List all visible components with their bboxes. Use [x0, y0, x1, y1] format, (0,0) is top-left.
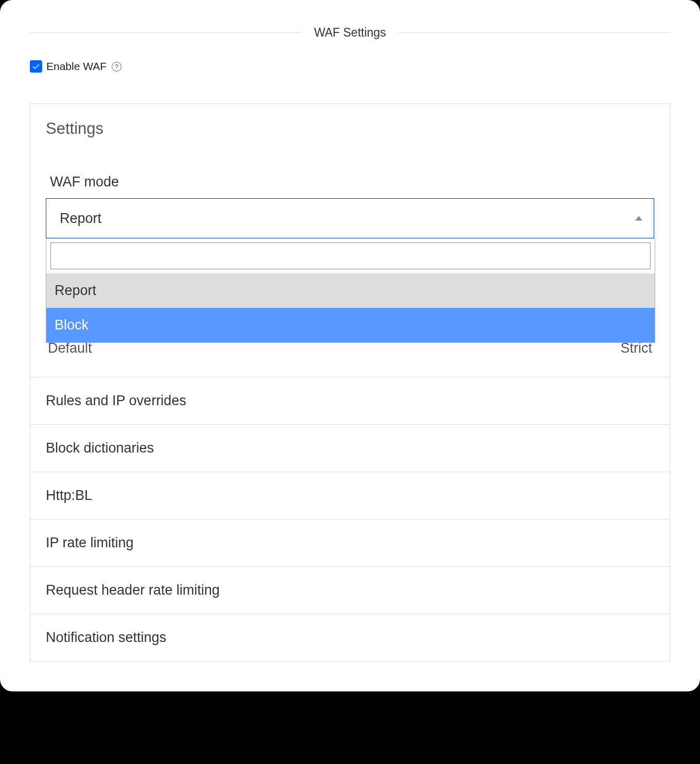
header: WAF Settings [30, 26, 670, 40]
section-ip-rate-limiting[interactable]: IP rate limiting [30, 519, 670, 566]
chevron-up-icon [635, 216, 642, 221]
section-request-header-rate-limiting[interactable]: Request header rate limiting [30, 566, 670, 614]
dropdown-option-report[interactable]: Report [46, 273, 655, 308]
section-http-bl[interactable]: Http:BL [30, 472, 670, 519]
enable-waf-label: Enable WAF [46, 60, 107, 73]
section-label: Notification settings [46, 630, 166, 645]
section-notification-settings[interactable]: Notification settings [30, 614, 670, 661]
waf-mode-select-wrapper: Report Report Block [46, 198, 654, 238]
dropdown-option-block[interactable]: Block [46, 308, 655, 342]
divider-left [30, 32, 302, 33]
divider-right [398, 32, 670, 33]
dropdown-search-wrapper [46, 238, 655, 273]
help-icon[interactable]: ? [112, 62, 121, 72]
settings-title: Settings [46, 119, 654, 138]
section-label: Block dictionaries [46, 440, 154, 456]
enable-waf-row: Enable WAF ? [30, 60, 670, 73]
settings-window: WAF Settings Enable WAF ? Settings WAF m… [0, 0, 700, 691]
section-rules-ip-overrides[interactable]: Rules and IP overrides [30, 377, 670, 424]
checkmark-icon [32, 62, 40, 71]
section-block-dictionaries[interactable]: Block dictionaries [30, 424, 670, 472]
waf-mode-label: WAF mode [50, 174, 654, 190]
waf-mode-dropdown: Report Block [46, 238, 655, 343]
waf-mode-value: Report [60, 211, 101, 227]
section-label: Request header rate limiting [46, 582, 220, 598]
section-label: Rules and IP overrides [46, 393, 186, 408]
waf-mode-select[interactable]: Report [46, 198, 654, 238]
enable-waf-checkbox[interactable] [30, 60, 42, 73]
settings-section: Settings WAF mode Report Report Block De… [30, 104, 670, 377]
settings-panel: Settings WAF mode Report Report Block De… [30, 103, 670, 662]
dropdown-search-input[interactable] [50, 242, 651, 269]
section-label: IP rate limiting [46, 535, 134, 550]
section-label: Http:BL [46, 488, 92, 503]
page-title: WAF Settings [302, 26, 398, 40]
